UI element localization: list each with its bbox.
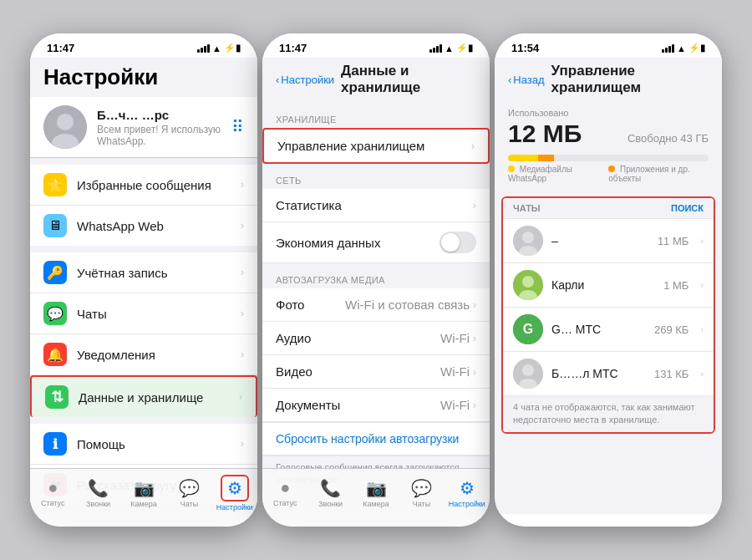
profile-row[interactable]: Б…ч… …рс Всем привет! Я использую WhatsA…	[30, 97, 257, 158]
wa-dot	[508, 165, 515, 172]
profile-info: Б…ч… …рс Всем привет! Я использую WhatsA…	[97, 108, 221, 147]
back-button-3[interactable]: ‹ Назад	[508, 74, 545, 86]
settings-item-account[interactable]: 🔑 Учётная запись ›	[30, 252, 257, 293]
settings-item-chats[interactable]: 💬 Чаты ›	[30, 293, 257, 334]
audio-row[interactable]: Аудио Wi-Fi ›	[262, 322, 490, 355]
tab-chats-2[interactable]: 💬 Чаты	[399, 469, 444, 517]
phone-manage-storage: 11:54 ▲ ⚡▮ ‹ Назад Управление хранилищем	[495, 33, 722, 527]
chat-size-3: 269 КБ	[654, 323, 688, 336]
battery-icon-3: ⚡▮	[688, 43, 705, 53]
qr-icon[interactable]: ⠿	[231, 117, 244, 137]
nav-header-2: ‹ Настройки Данные и хранилище	[262, 58, 490, 103]
chat-name-2: Карли	[551, 278, 655, 292]
nav-title-2: Данные и хранилище	[341, 63, 476, 96]
settings-tab-border: ⚙	[221, 475, 249, 501]
camera-tab-icon-2: 📷	[366, 478, 387, 498]
chat-name-1: –	[551, 234, 649, 247]
svg-text:G: G	[523, 322, 533, 336]
status-bar-2: 11:47 ▲ ⚡▮	[262, 33, 490, 58]
storage-info: Использовано 12 МБ Свободно 43 ГБ Медиаф…	[495, 103, 722, 191]
status-tab-label-2: Статус	[273, 499, 297, 507]
calls-tab-icon: 📞	[88, 478, 109, 498]
tab-status-2[interactable]: ● Статус	[262, 469, 307, 517]
nav-title-3: Управление хранилищем	[551, 63, 709, 96]
settings-item-favorites[interactable]: ⭐ Избранные сообщения ›	[30, 165, 257, 206]
tab-calls-2[interactable]: 📞 Звонки	[307, 469, 353, 517]
wifi-icon: ▲	[212, 43, 221, 53]
video-value: Wi-Fi	[440, 364, 470, 379]
whatsapp-web-label: WhatsApp Web	[77, 219, 231, 233]
tab-chats-1[interactable]: 💬 Чаты	[166, 469, 211, 517]
settings-item-help[interactable]: ℹ Помощь ›	[30, 424, 257, 465]
tab-settings-2[interactable]: ⚙ Настройки	[445, 469, 490, 517]
network-section: Статистика › Экономия данных	[262, 189, 490, 263]
chat-name-3: G… МТС	[551, 323, 646, 336]
tab-settings-1[interactable]: ⚙ Настройки	[212, 469, 257, 517]
chat-row-4[interactable]: Б……л МТС 131 КБ ›	[503, 352, 714, 396]
status-bar-1: 11:47 ▲ ⚡▮	[30, 33, 257, 58]
calls-tab-label-2: Звонки	[318, 500, 343, 508]
data-label: Данные и хранилище	[79, 390, 229, 405]
chat-size-4: 131 КБ	[654, 368, 688, 380]
settings-item-data[interactable]: ⇅ Данные и хранилище ›	[30, 375, 257, 417]
settings-tab-label: Настройки	[216, 503, 253, 512]
legend-wa: Медиафайлы WhatsApp	[508, 165, 598, 183]
chats-tab-label: Чаты	[180, 500, 198, 508]
settings-item-whatsapp-web[interactable]: 🖥 WhatsApp Web ›	[30, 206, 257, 246]
settings-item-notifications[interactable]: 🔔 Уведомления ›	[30, 334, 257, 375]
section-header-network: СЕТЬ	[262, 164, 490, 189]
video-row[interactable]: Видео Wi-Fi ›	[262, 355, 490, 389]
chat-row-3[interactable]: G G… МТС 269 КБ ›	[503, 308, 714, 352]
tab-camera-1[interactable]: 📷 Камера	[121, 469, 166, 517]
chat-row-1[interactable]: – 11 МБ ›	[503, 219, 714, 263]
help-icon: ℹ	[43, 432, 67, 456]
settings-tab-label-2: Настройки	[449, 500, 485, 508]
photos-row[interactable]: Фото Wi-Fi и сотовая связь ›	[262, 288, 490, 322]
video-label: Видео	[276, 364, 440, 379]
chats-label: Чаты	[77, 307, 231, 321]
chat-chevron-2: ›	[700, 280, 704, 290]
back-label-3: Назад	[513, 74, 544, 86]
status-tab-label: Статус	[41, 499, 64, 507]
reset-row[interactable]: Сбросить настройки автозагрузки	[262, 423, 490, 456]
chats-tab-icon: 💬	[179, 478, 200, 498]
camera-tab-label-2: Камера	[363, 500, 389, 508]
audio-label: Аудио	[276, 331, 440, 345]
notifications-icon: 🔔	[43, 343, 67, 366]
stats-row[interactable]: Статистика ›	[262, 189, 490, 222]
storage-free: Свободно 43 ГБ	[628, 132, 709, 145]
notifications-chevron: ›	[241, 349, 244, 360]
back-button-2[interactable]: ‹ Настройки	[276, 74, 334, 86]
chat-avatar-2	[513, 270, 543, 300]
chats-icon: 💬	[43, 302, 67, 325]
data-saving-row[interactable]: Экономия данных	[262, 222, 490, 263]
battery-icon-2: ⚡▮	[456, 43, 473, 53]
stats-chevron: ›	[473, 200, 476, 211]
favorites-label: Избранные сообщения	[77, 178, 231, 192]
chats-search-button[interactable]: ПОИСК	[671, 203, 704, 213]
manage-storage-row[interactable]: Управление хранилищем ›	[262, 128, 490, 164]
data-saving-toggle[interactable]	[440, 232, 476, 253]
whatsapp-web-chevron: ›	[241, 220, 244, 232]
settings-group-1: ⭐ Избранные сообщения › 🖥 WhatsApp Web ›	[30, 165, 257, 246]
chat-chevron-1: ›	[700, 236, 704, 246]
tab-status-1[interactable]: ● Статус	[30, 469, 75, 517]
signal-icon-2	[429, 44, 442, 53]
data-saving-label: Экономия данных	[276, 236, 440, 250]
chats-header-label: ЧАТЫ	[513, 203, 541, 213]
avatar	[43, 105, 87, 149]
bar-whatsapp	[508, 155, 538, 161]
storage-size: 12 МБ	[508, 120, 582, 148]
tab-calls-1[interactable]: 📞 Звонки	[75, 469, 120, 517]
storage-size-row: 12 МБ Свободно 43 ГБ	[508, 120, 709, 148]
chat-row-2[interactable]: Карли 1 МБ ›	[503, 263, 714, 308]
chat-size-2: 1 МБ	[663, 279, 688, 292]
phone-data-storage: 11:47 ▲ ⚡▮ ‹ Настройки Данные и хранилищ…	[262, 33, 490, 527]
status-bar-3: 11:54 ▲ ⚡▮	[495, 33, 722, 58]
section-header-storage: ХРАНИЛИЩЕ	[262, 103, 490, 128]
wifi-icon-2: ▲	[445, 43, 454, 53]
docs-row[interactable]: Документы Wi-Fi ›	[262, 389, 490, 422]
tab-camera-2[interactable]: 📷 Камера	[353, 469, 399, 517]
chats-header: ЧАТЫ ПОИСК	[503, 198, 714, 219]
used-label: Использовано	[508, 108, 709, 118]
